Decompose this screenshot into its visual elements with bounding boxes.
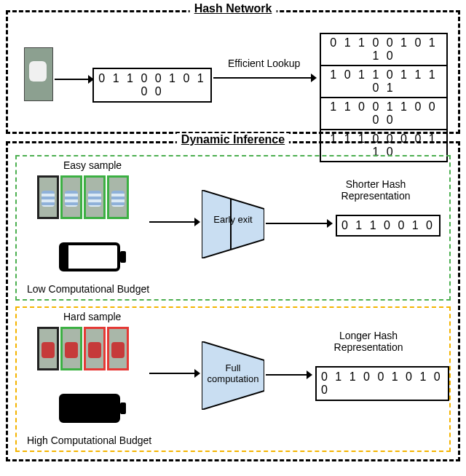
battery-full-icon <box>59 394 120 423</box>
negative-thumb <box>84 327 106 370</box>
easy-panel: Easy sample Low Computational Budget Ear… <box>15 155 451 301</box>
easy-sample-row <box>37 175 129 219</box>
query-thumb <box>37 327 59 370</box>
arrow-input-to-trap <box>149 222 200 223</box>
battery-low-icon <box>59 242 120 271</box>
dynamic-inference-title: Dynamic Inference <box>177 133 289 146</box>
query-person-image <box>24 47 53 101</box>
shorter-hash-code: 0 1 1 0 0 1 0 <box>336 215 441 237</box>
positive-thumb <box>84 175 106 219</box>
arrow-trap-to-rep <box>266 375 312 376</box>
query-thumb <box>37 175 59 219</box>
full-computation-label: Full computation <box>200 363 266 385</box>
hash-network-panel: Hash Network 0 1 1 0 0 1 0 1 0 0 Efficie… <box>6 10 460 134</box>
lookup-row: 0 1 1 0 0 1 0 1 1 0 <box>321 34 446 66</box>
positive-thumb <box>60 175 82 219</box>
arrow-trap-to-rep <box>266 223 333 224</box>
svg-marker-14 <box>307 370 312 379</box>
high-budget-label: High Computational Budget <box>27 435 151 446</box>
svg-marker-11 <box>194 369 200 378</box>
svg-marker-5 <box>194 218 200 226</box>
arrow-input-to-trap <box>149 373 200 374</box>
early-exit-label: Early exit <box>204 215 262 226</box>
easy-sample-label: Easy sample <box>63 159 122 171</box>
arrow-hash-to-table <box>213 78 312 79</box>
lookup-row: 1 0 1 1 0 1 1 1 0 1 <box>321 66 446 98</box>
svg-marker-3 <box>311 74 317 82</box>
hard-sample-label: Hard sample <box>63 311 121 322</box>
hard-sample-row <box>37 327 129 370</box>
svg-marker-9 <box>327 219 333 228</box>
shorter-hash-label: Shorter Hash Representation <box>321 178 430 202</box>
hash-network-title: Hash Network <box>190 2 277 15</box>
positive-thumb <box>60 327 82 370</box>
hard-panel: Hard sample High Computational Budget Fu… <box>15 306 451 452</box>
arrow-person-to-hash <box>55 79 94 80</box>
efficient-lookup-label: Efficient Lookup <box>228 57 300 69</box>
low-budget-label: Low Computational Budget <box>27 283 149 295</box>
longer-hash-label: Longer Hash Representation <box>314 330 423 353</box>
dynamic-inference-panel: Dynamic Inference Easy sample Low Comput… <box>6 141 460 461</box>
negative-thumb <box>107 327 129 370</box>
longer-hash-code: 0 1 1 0 0 1 0 1 0 0 <box>315 366 449 401</box>
lookup-row: 1 1 0 0 1 1 0 0 0 0 <box>321 98 446 130</box>
query-hash-code: 0 1 1 0 0 1 0 1 0 0 <box>92 68 212 103</box>
positive-thumb <box>107 175 129 219</box>
